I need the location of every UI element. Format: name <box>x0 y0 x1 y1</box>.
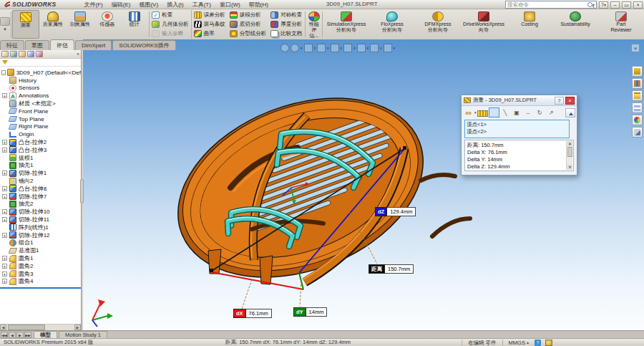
expander-icon[interactable]: + <box>2 186 7 191</box>
quick-tips-icon[interactable]: ? <box>535 340 541 346</box>
tree-item[interactable]: +凸台-拉伸2 <box>0 138 81 146</box>
units-selector[interactable]: MMGS ▴ <box>502 340 535 346</box>
displaymanager-icon[interactable] <box>36 51 43 57</box>
menu-item[interactable]: 窗口(W) <box>215 1 245 9</box>
tree-item[interactable]: Top Plane <box>0 115 81 123</box>
file-explorer-icon[interactable] <box>632 90 643 101</box>
expander-icon[interactable]: + <box>2 233 7 238</box>
ribbon-button[interactable]: 统计 <box>121 10 148 39</box>
ribbon-xpress-button[interactable]: DFMXpress分析向导 <box>415 10 461 39</box>
dimxpertmanager-icon[interactable] <box>27 51 34 57</box>
tree-item[interactable]: +圆角4 <box>0 278 81 286</box>
expander-icon[interactable]: + <box>2 93 7 98</box>
tab-SOLIDWORKS插件[interactable]: SOLIDWORKS插件 <box>112 40 175 50</box>
tree-item[interactable]: Sensors <box>0 85 81 92</box>
view-settings-icon[interactable] <box>384 44 392 52</box>
tree-item[interactable]: 基准面1 <box>0 246 81 254</box>
expander-icon[interactable]: + <box>2 217 7 222</box>
projected-on-icon[interactable]: ▣ <box>512 107 522 117</box>
display-style-icon[interactable] <box>331 44 339 52</box>
expander-icon[interactable]: + <box>2 194 7 199</box>
expander-icon[interactable]: + <box>2 256 7 261</box>
scroll-right-icon[interactable]: ▶ <box>74 325 81 330</box>
measure-button-active[interactable]: 测量 <box>12 10 39 39</box>
show-xyz-icon[interactable] <box>489 107 499 117</box>
units-precision-icon[interactable] <box>477 110 488 117</box>
ribbon-small-button[interactable]: 拔模分析 <box>230 11 267 19</box>
tab-特征[interactable]: 特征 <box>0 40 24 50</box>
chevron-down-icon[interactable]: ▾ <box>353 44 356 52</box>
tab-DimXpert[interactable]: DimXpert <box>75 40 112 50</box>
expander-icon[interactable]: + <box>2 271 7 277</box>
hide-show-items-icon[interactable] <box>343 44 352 52</box>
dual-units-icon[interactable]: – <box>523 107 534 117</box>
tree-item[interactable]: +Annotations <box>0 92 81 100</box>
panel-splitter-handle[interactable] <box>80 179 84 203</box>
chevron-down-icon[interactable]: ▾ <box>314 44 316 52</box>
ribbon-xpress-button[interactable]: SimulationXpress分析向导 <box>323 10 369 39</box>
tree-item[interactable]: +切除-拉伸7 <box>0 193 81 201</box>
tree-item[interactable]: 拔模1 <box>0 154 81 162</box>
menu-item[interactable]: 帮助(H) <box>245 1 273 9</box>
close-button[interactable]: × <box>633 1 643 9</box>
last-tab-icon[interactable]: ▶▶ <box>24 332 31 338</box>
tree-item[interactable]: 组合1 <box>0 239 81 247</box>
performance-evaluation-button[interactable]: 性能评估... <box>306 10 322 39</box>
expander-icon[interactable]: + <box>2 148 7 153</box>
menu-item[interactable]: 文件(F) <box>80 1 107 9</box>
tree-item[interactable]: +切除-拉伸10 <box>0 208 81 216</box>
chevron-down-icon[interactable]: ▾ <box>474 108 477 117</box>
edit-appearance-icon[interactable] <box>357 44 366 52</box>
section-view-icon[interactable] <box>304 44 313 52</box>
ribbon-small-button[interactable]: 比较文档 <box>270 29 302 38</box>
tree-item[interactable]: +切除-拉伸12 <box>0 231 81 239</box>
measure-close-button[interactable]: × <box>565 97 575 105</box>
graphics-area[interactable] <box>83 39 644 330</box>
expander-icon[interactable]: + <box>2 279 7 284</box>
tree-item[interactable]: 材质 <未指定> <box>0 100 81 107</box>
ribbon-small-button[interactable]: 厚度分析 <box>270 20 302 29</box>
menu-item[interactable]: 工具(T) <box>188 1 215 9</box>
appearances-icon[interactable] <box>632 115 643 125</box>
expander-icon[interactable]: + <box>2 264 7 269</box>
ribbon-small-button[interactable]: 底切分析 <box>230 20 267 29</box>
ribbon-small-button[interactable]: 检查 <box>152 11 189 19</box>
measure-dialog[interactable]: 测量 - 3D09_H07.SLDPRT ? × oo▾╲▣–↻↗ 顶点<1>顶… <box>461 95 577 176</box>
ribbon-button[interactable]: 质量属性 <box>39 10 67 39</box>
chevron-down-icon[interactable]: ▾ <box>341 44 343 52</box>
bottom-tab-Motion Study 1[interactable]: Motion Study 1 <box>59 331 107 338</box>
ribbon-xpress-button[interactable]: FloXpress分析向导 <box>369 10 415 39</box>
scrollbar-thumb[interactable] <box>8 325 45 330</box>
scroll-up-icon[interactable]: ▲ <box>567 141 572 146</box>
configurationmanager-icon[interactable] <box>19 51 26 57</box>
ribbon-small-button[interactable]: 分型线分析 <box>230 29 267 38</box>
tree-item[interactable]: History <box>0 77 81 85</box>
tree-item[interactable]: 镜向2 <box>0 177 81 185</box>
design-library-icon[interactable] <box>632 78 643 89</box>
tree-item[interactable]: 阵列(线性)1 <box>0 224 81 231</box>
next-tab-icon[interactable]: ▶ <box>16 332 24 338</box>
custom-properties-icon[interactable] <box>632 127 643 138</box>
measure-dialog-titlebar[interactable]: 测量 - 3D09_H07.SLDPRT ? × <box>462 95 577 106</box>
ribbon-xpress-button[interactable]: PartReviewer <box>598 10 644 39</box>
point-to-point-icon[interactable]: ╲ <box>500 107 511 117</box>
ribbon-small-button[interactable]: 对称检查 <box>270 11 302 19</box>
collapse-chevron-icon[interactable] <box>565 108 575 117</box>
task-pane-close-button[interactable]: × <box>631 44 640 52</box>
tree-item[interactable]: +圆角1 <box>0 254 81 262</box>
create-sensor-icon[interactable]: ↗ <box>546 107 557 117</box>
scrollbar-thumb[interactable] <box>567 147 572 157</box>
menu-item[interactable]: 编辑(E) <box>107 1 135 9</box>
tree-item[interactable]: 抽壳2 <box>0 201 81 208</box>
search-input[interactable]: 搜索命令 ▾ <box>505 1 597 9</box>
minimize-button[interactable]: – <box>610 1 620 9</box>
tab-评估[interactable]: 评估 <box>50 39 74 50</box>
propertymanager-icon[interactable] <box>10 51 17 57</box>
measure-help-button[interactable]: ? <box>555 97 564 105</box>
help-button[interactable]: ?▾ <box>599 1 608 9</box>
measure-results-scrollbar[interactable]: ▲ ▼ <box>566 141 572 170</box>
collapsed-group-button[interactable]: ▼ <box>0 10 10 39</box>
ribbon-xpress-button[interactable]: Costing <box>507 10 552 39</box>
chevron-down-icon[interactable]: ▾ <box>327 44 329 52</box>
measure-history-icon[interactable]: ↻ <box>535 107 545 117</box>
